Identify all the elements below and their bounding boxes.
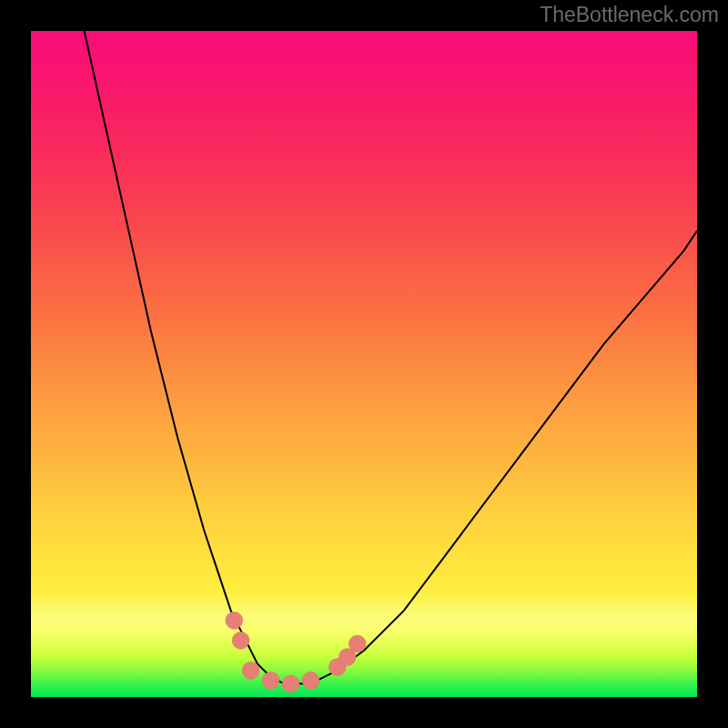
curve-marker [226, 612, 243, 629]
curve-marker [282, 675, 299, 693]
watermark-text: TheBottleneck.com [540, 3, 719, 27]
plot-area [31, 31, 697, 697]
curve-marker [242, 662, 259, 679]
bottleneck-curve [31, 31, 697, 697]
curve-marker [349, 635, 366, 652]
curve-marker [262, 672, 279, 689]
chart-frame: TheBottleneck.com [0, 0, 728, 728]
curve-marker [232, 632, 249, 649]
curve-marker [302, 672, 319, 689]
